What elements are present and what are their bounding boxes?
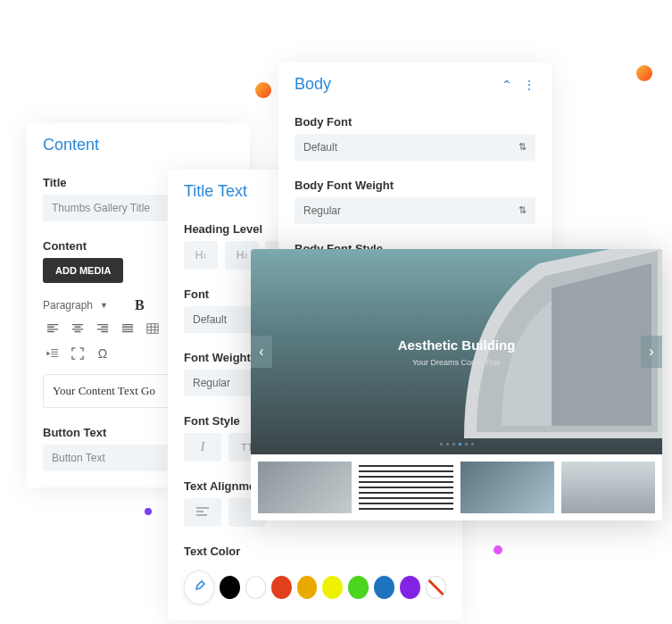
color-blue[interactable]: [374, 576, 394, 599]
slide-title: Aesthetic Building: [398, 337, 516, 353]
eyedropper-button[interactable]: [184, 570, 214, 604]
color-red[interactable]: [271, 576, 292, 599]
body-font-weight-label: Body Font Weight: [278, 170, 552, 197]
italic-button[interactable]: I: [184, 433, 221, 462]
deco-dot-orange: [255, 82, 271, 98]
slide-subtitle: Your Dreams Come True: [412, 358, 501, 367]
align-center-icon[interactable]: [68, 319, 87, 338]
omega-icon[interactable]: Ω: [93, 344, 112, 363]
color-green[interactable]: [348, 576, 369, 599]
table-icon[interactable]: [143, 319, 162, 338]
h1-button[interactable]: H1: [184, 241, 218, 270]
align-right-icon[interactable]: [93, 319, 112, 338]
paragraph-select[interactable]: Paragraph: [43, 299, 93, 312]
slider-preview: ‹ › Aesthetic Building Your Dreams Come …: [251, 249, 662, 520]
color-black[interactable]: [220, 576, 240, 599]
slide-main: ‹ › Aesthetic Building Your Dreams Come …: [251, 249, 662, 454]
body-font-select[interactable]: Default: [295, 134, 535, 161]
collapse-icon[interactable]: ⌃: [502, 78, 512, 92]
align-justify-icon[interactable]: [118, 319, 137, 338]
indent-icon[interactable]: [43, 344, 62, 363]
deco-dot-orange-2: [636, 65, 652, 81]
thumb-3[interactable]: [460, 462, 554, 513]
align-btn[interactable]: [184, 498, 221, 527]
body-font-weight-select[interactable]: Regular: [295, 197, 535, 224]
caret-down-icon: ▼: [100, 301, 108, 310]
color-none[interactable]: [426, 576, 446, 599]
color-orange[interactable]: [297, 576, 318, 599]
deco-dot-purple: [145, 508, 152, 515]
thumb-4[interactable]: [561, 462, 655, 513]
bold-button[interactable]: B: [135, 297, 145, 313]
thumbnail-strip: [251, 454, 662, 520]
body-title: Body: [295, 75, 331, 94]
body-font-label: Body Font: [278, 106, 552, 134]
thumb-1[interactable]: [258, 462, 352, 513]
slide-dots: [440, 443, 474, 445]
color-yellow[interactable]: [322, 576, 343, 599]
content-title: Content: [27, 123, 250, 167]
fullscreen-icon[interactable]: [68, 344, 87, 363]
add-media-button[interactable]: ADD MEDIA: [43, 258, 123, 283]
color-purple[interactable]: [400, 576, 420, 599]
color-white[interactable]: [245, 576, 266, 599]
more-icon[interactable]: ⋮: [523, 78, 535, 92]
next-arrow[interactable]: ›: [641, 336, 662, 368]
color-swatches: [168, 563, 462, 620]
thumb-2[interactable]: [359, 462, 452, 513]
building-graphic: [439, 249, 662, 463]
deco-dot-pink: [494, 545, 502, 554]
align-left-icon[interactable]: [43, 319, 62, 338]
text-color-label: Text Color: [168, 536, 462, 563]
svg-rect-0: [147, 324, 158, 334]
prev-arrow[interactable]: ‹: [251, 336, 272, 368]
